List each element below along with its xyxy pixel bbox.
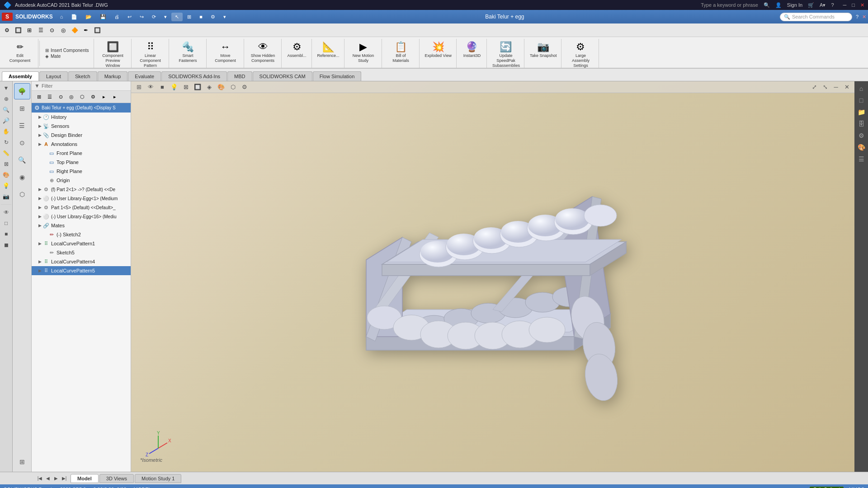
home-btn[interactable]: ⌂ <box>57 13 67 21</box>
vp-close-btn[interactable]: ✕ <box>842 83 852 92</box>
vp-section-btn[interactable]: ⊠ <box>181 83 191 92</box>
speedpak-btn[interactable]: 🔄 Update SpeedPak Subassemblies <box>491 40 521 69</box>
rp-database-btn[interactable]: 🗄 <box>856 118 867 129</box>
settings-menu-btn[interactable]: ▾ <box>220 13 230 21</box>
rp-home-btn[interactable]: ⌂ <box>856 83 867 94</box>
large-assembly-btn[interactable]: ⚙ Large Assembly Settings <box>565 40 596 69</box>
tree-search-btn[interactable]: ⊙ <box>56 92 65 101</box>
vp-appear-btn[interactable]: ◈ <box>204 83 214 92</box>
tab-flow-sim[interactable]: Flow Simulation <box>313 71 362 81</box>
appearances-tab[interactable]: ◉ <box>14 169 30 185</box>
new-motion-btn[interactable]: ▶ New Motion Study <box>348 40 379 64</box>
vp-orient-btn[interactable]: ⊞ <box>134 83 144 92</box>
tb-btn-9[interactable]: 🔲 <box>92 25 102 35</box>
insert-components-btn[interactable]: ⊞ Insert Components <box>43 47 91 53</box>
dim-expert-tab[interactable]: ⊙ <box>14 135 30 151</box>
vp-hide-btn[interactable]: 🔲 <box>193 83 203 92</box>
hide-show-btn[interactable]: 👁 <box>1 207 11 217</box>
expand-panel-btn[interactable]: ⊞ <box>14 454 30 470</box>
vp-lights-btn[interactable]: 💡 <box>169 83 179 92</box>
vp-shrink-btn[interactable]: ⤡ <box>820 83 830 92</box>
tab-assembly[interactable]: Assembly <box>2 71 39 81</box>
shaded-btn[interactable]: ■ <box>1 229 11 239</box>
snapshot-btn[interactable]: 📷 Take Snapshot <box>528 40 559 59</box>
reference-btn[interactable]: 📐 Reference... <box>316 40 341 59</box>
rotate-btn[interactable]: ↻ <box>1 137 11 147</box>
linear-pattern-btn[interactable]: ⠿ Linear Component Pattern <box>135 40 166 69</box>
zoom-out-btn[interactable]: 🔎 <box>1 116 11 126</box>
tab-sketch[interactable]: Sketch <box>68 71 97 81</box>
tree-item-egg16[interactable]: ▶ ⚪ (-) User Library-Egg<16> (Mediu <box>32 212 131 221</box>
bom-btn[interactable]: 📋 Bill of Materials <box>386 40 416 64</box>
tree-item-sensors[interactable]: ▶ 📡 Sensors <box>32 122 131 131</box>
tree-expand-btn[interactable]: ⚙ <box>89 92 98 101</box>
select-tool[interactable]: ↖ <box>171 13 183 21</box>
tab-evaluate[interactable]: Evaluate <box>128 71 161 81</box>
show-hidden-btn[interactable]: 👁 Show Hidden Components <box>248 40 278 64</box>
exploded-view-btn[interactable]: 💥 Exploded View <box>423 40 453 59</box>
zoom-in-btn[interactable]: 🔍 <box>1 105 11 115</box>
view-orient-btn[interactable]: ⊞ <box>184 13 195 21</box>
tree-item-right-plane[interactable]: ▭ Right Plane <box>32 167 131 176</box>
cameras-btn[interactable]: 📷 <box>1 192 11 202</box>
tree-more-btn[interactable]: ▸ <box>110 92 119 101</box>
tab-markup[interactable]: Markup <box>98 71 128 81</box>
tree-item-part2-1[interactable]: ▶ ⚙ (f) Part 2<1> ->? (Default) <<De <box>32 185 131 194</box>
vp-scene-btn[interactable]: ⬡ <box>228 83 238 92</box>
config-manager-tab[interactable]: ☰ <box>14 117 30 134</box>
more-options-btn[interactable]: ▾ <box>160 13 170 21</box>
win-maximize[interactable]: □ <box>852 2 855 8</box>
tb-btn-3[interactable]: ⊞ <box>24 25 34 35</box>
rebuild-btn[interactable]: ⟳ <box>148 13 160 21</box>
tab-sw-cam[interactable]: SOLIDWORKS CAM <box>253 71 312 81</box>
tree-item-lcp4[interactable]: ▶ ⠿ LocalCurvePattern4 <box>32 257 131 266</box>
vp-color-btn[interactable]: 🎨 <box>216 83 226 92</box>
rp-color-btn[interactable]: 🎨 <box>856 142 867 153</box>
help-icon[interactable]: ? <box>831 2 834 8</box>
tree-item-history[interactable]: ▶ 🕐 History <box>32 113 131 122</box>
tree-item-lcp1[interactable]: ▶ ⠿ LocalCurvePattern1 <box>32 239 131 248</box>
vp-display-btn[interactable]: ■ <box>157 83 167 92</box>
tb-btn-7[interactable]: 🔶 <box>70 25 80 35</box>
instant3d-btn[interactable]: 🔮 Instant3D <box>460 40 484 59</box>
tree-item-sketch2[interactable]: ✏ (-) Sketch2 <box>32 230 131 239</box>
snapping-btn[interactable]: ⚙ <box>207 13 219 21</box>
tab-mbd[interactable]: MBD <box>227 71 252 81</box>
appearance-btn[interactable]: 🎨 <box>1 170 11 180</box>
mate-btn[interactable]: ◈ Mate <box>43 53 91 59</box>
nav-last[interactable]: ▶| <box>61 475 68 482</box>
rp-table-btn[interactable]: ☰ <box>856 154 867 164</box>
display-mode-btn[interactable]: ■ <box>196 13 206 21</box>
measure-btn[interactable]: 📏 <box>1 148 11 158</box>
sign-in-button[interactable]: Sign In <box>787 2 802 8</box>
tree-item-lcp5[interactable]: ▶ ⠿ LocalCurvePattern5 <box>32 266 131 275</box>
tab-sw-addins[interactable]: SOLIDWORKS Add-Ins <box>161 71 227 81</box>
print-btn[interactable]: 🖨 <box>111 13 123 21</box>
lights-btn[interactable]: 💡 <box>1 181 11 191</box>
nav-prev[interactable]: ◀ <box>44 475 52 482</box>
smart-fasteners-btn[interactable]: 🔩 Smart Fasteners <box>173 40 203 64</box>
bottom-tab-motion[interactable]: Motion Study 1 <box>135 474 181 483</box>
tree-item-design-binder[interactable]: ▶ 📎 Design Binder <box>32 131 131 140</box>
new-file-btn[interactable]: 📄 <box>67 13 81 21</box>
scenes-tab[interactable]: ⬡ <box>14 186 30 202</box>
feature-tree-tab[interactable]: 🌳 <box>14 83 30 99</box>
help-docs-btn[interactable]: ? <box>856 14 859 19</box>
3d-viewport[interactable]: ⊞ 👁 ■ 💡 ⊠ 🔲 ◈ 🎨 ⬡ ⚙ ⤢ ⤡ ─ ✕ <box>131 81 854 472</box>
tree-item-egg1[interactable]: ▶ ⚪ (-) User Library-Egg<1> (Medium <box>32 194 131 203</box>
tb-btn-2[interactable]: 🔲 <box>13 25 23 35</box>
tab-layout[interactable]: Layout <box>39 71 68 81</box>
wire-frame-btn[interactable]: □ <box>1 218 11 228</box>
tree-item-mates[interactable]: ▶ 🔗 Mates <box>32 221 131 230</box>
rp-files-btn[interactable]: 📁 <box>856 107 867 117</box>
win-minimize[interactable]: ─ <box>843 2 847 8</box>
pan-btn[interactable]: ✋ <box>1 127 11 136</box>
section-view-btn[interactable]: ⊠ <box>1 159 11 169</box>
tree-filter-btn[interactable]: ⬡ <box>78 92 87 101</box>
tree-item-annotations[interactable]: ▶ A Annotations <box>32 140 131 149</box>
search-icon[interactable]: 🔍 <box>764 2 770 8</box>
undo-btn[interactable]: ↩ <box>124 13 135 21</box>
vp-view-btn[interactable]: 👁 <box>146 83 156 92</box>
tree-item-front-plane[interactable]: ▭ Front Plane <box>32 149 131 158</box>
component-preview-btn[interactable]: 🔲 Component Preview Window <box>98 40 128 69</box>
